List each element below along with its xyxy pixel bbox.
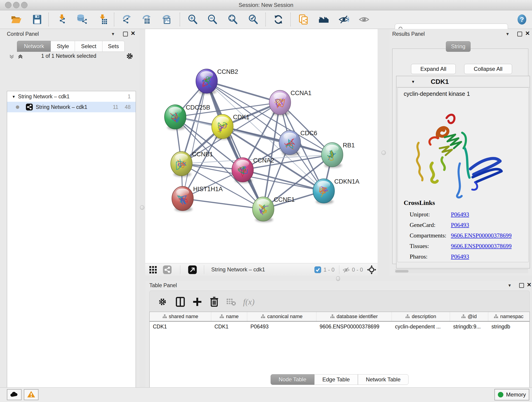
left-splitter-handle[interactable] (140, 205, 144, 210)
results-panel: Results Panel ▾ ✕ String Expand All Coll… (389, 29, 532, 281)
zoom-selected-icon[interactable] (247, 13, 259, 26)
node-CCNB1[interactable]: CCNB1 (171, 151, 213, 177)
tab-network[interactable]: Network (17, 41, 51, 52)
first-neighbors-icon[interactable] (318, 13, 330, 26)
table-toolbar: f(x) (149, 291, 530, 312)
results-panel-maximize-icon[interactable] (517, 32, 522, 36)
tab-edge-table[interactable]: Edge Table (314, 374, 358, 385)
results-hscroll-thumb[interactable] (395, 270, 409, 273)
crosslink-tissues[interactable]: 9606.ENSP00000378699 (451, 243, 512, 249)
import-network-icon[interactable] (56, 13, 68, 26)
open-session-icon[interactable] (10, 13, 22, 26)
node-CDKN1A[interactable]: CDKN1A (313, 178, 360, 204)
crosslink-row: Pharos: P06493 (410, 251, 524, 262)
column-header[interactable]: canonical name (247, 312, 317, 321)
tab-node-table[interactable]: Node Table (271, 374, 314, 385)
selected-node-edge-counts: 1 - 0 (323, 267, 335, 273)
table-panel-maximize-icon[interactable] (519, 283, 524, 288)
table-gear-icon[interactable] (157, 296, 168, 308)
crosslink-uniprot[interactable]: P06493 (451, 211, 469, 218)
import-table-icon[interactable] (97, 13, 109, 26)
zoom-out-icon[interactable] (207, 13, 219, 26)
node-CCNA1[interactable]: CCNA1 (269, 89, 312, 115)
control-panel-maximize-icon[interactable] (123, 32, 128, 36)
selected-checkbox-icon[interactable] (314, 266, 321, 274)
open-in-window-icon[interactable] (188, 265, 197, 275)
network-selection-status: 1 of 1 Network selected (30, 53, 108, 59)
expand-all-button[interactable]: Expand All (411, 64, 456, 74)
zoom-fit-icon[interactable] (227, 13, 239, 26)
create-column-icon[interactable] (191, 296, 203, 308)
tab-network-table[interactable]: Network Table (358, 374, 409, 385)
tab-sets[interactable]: Sets (102, 41, 125, 52)
duplicate-network-icon[interactable] (298, 13, 310, 26)
column-type-icon (220, 314, 224, 319)
main-toolbar: ? (0, 10, 532, 29)
right-splitter-handle[interactable] (381, 151, 386, 155)
network-canvas[interactable]: CCNB2 CCNA1 CDC25B CDK1 CDC6 RB1 CCNB1 (145, 29, 378, 263)
tab-style[interactable]: Style (51, 41, 75, 52)
help-button[interactable]: ? (516, 13, 528, 26)
crosslink-row: Uniprot: P06493 (410, 209, 524, 220)
protein-expander-icon[interactable]: ▾ (412, 79, 414, 84)
warnings-button[interactable] (24, 389, 38, 400)
node-label-CCNE1: CCNE1 (274, 196, 295, 203)
tab-select[interactable]: Select (75, 41, 103, 52)
column-header[interactable]: namespac (488, 312, 529, 321)
node-HIST1H1A[interactable]: HIST1H1A (172, 186, 223, 211)
tab-string[interactable]: String (446, 41, 471, 52)
table-panel-close-icon[interactable]: ✕ (527, 282, 532, 287)
refresh-icon[interactable] (272, 13, 284, 26)
node-label-CDK1: CDK1 (233, 114, 249, 121)
crosslink-genecard[interactable]: P06493 (451, 222, 469, 229)
table-panel-float-icon[interactable]: ▾ (508, 283, 511, 288)
cloud-status-button[interactable] (7, 389, 22, 400)
show-columns-icon[interactable] (174, 296, 186, 308)
hide-selected-icon[interactable] (338, 13, 350, 26)
network-row[interactable]: String Network – cdk1 11 48 (7, 102, 136, 112)
edge-HIST1H1A-CCNE1[interactable] (183, 198, 263, 209)
export-image-icon[interactable] (160, 13, 172, 26)
cloud-icon (10, 391, 19, 399)
save-session-icon[interactable] (31, 13, 43, 26)
expand-all-networks-icon[interactable] (8, 53, 15, 61)
control-panel-float-icon[interactable]: ▾ (112, 32, 114, 36)
column-header[interactable]: name (211, 312, 247, 321)
network-options-gear-icon[interactable] (126, 52, 134, 61)
results-panel-close-icon[interactable]: ✕ (525, 31, 530, 36)
network-status-dot (16, 105, 19, 109)
grid-view-icon[interactable] (149, 266, 157, 275)
node-CCNE1[interactable]: CCNE1 (253, 196, 295, 222)
results-hscrollbar[interactable] (395, 269, 528, 273)
network-share-icon[interactable] (163, 265, 172, 275)
show-all-icon[interactable] (358, 13, 370, 26)
network-list: ▾ String Network – cdk1 1 String Network… (7, 91, 136, 402)
column-header[interactable]: database identifier (317, 312, 392, 321)
memory-button[interactable]: Memory (494, 389, 529, 400)
horizontal-splitter-handle[interactable] (336, 276, 340, 281)
network-collection-row[interactable]: ▾ String Network – cdk1 1 (7, 91, 136, 102)
node-CCNB2[interactable]: CCNB2 (196, 68, 238, 94)
column-header[interactable]: @id (450, 312, 488, 321)
column-type-icon (162, 314, 167, 319)
crosslink-compartments[interactable]: 9606.ENSP00000378699 (451, 232, 512, 239)
export-network-icon[interactable] (121, 13, 133, 26)
column-header[interactable]: shared name (150, 312, 211, 321)
delete-column-icon[interactable] (208, 296, 220, 308)
import-database-icon[interactable] (76, 13, 88, 26)
collapse-all-button[interactable]: Collapse All (464, 64, 512, 74)
edge-CCNB2-HIST1H1A[interactable] (183, 81, 207, 198)
export-table-icon[interactable] (140, 13, 152, 26)
node-RB1[interactable]: RB1 (322, 142, 355, 168)
crosshair-pan-icon[interactable] (367, 265, 377, 276)
crosslink-pharos[interactable]: P06493 (451, 253, 469, 260)
table-row[interactable]: CDK1 CDK1 P06493 9606.ENSP00000378699 cy… (150, 322, 530, 332)
table-panel-title: Table Panel (149, 282, 177, 288)
control-panel-close-icon[interactable]: ✕ (131, 31, 135, 36)
warning-icon (27, 390, 35, 399)
zoom-in-icon[interactable] (187, 13, 199, 26)
column-header[interactable]: description (392, 312, 450, 321)
results-panel-float-icon[interactable]: ▾ (506, 32, 509, 36)
collection-expander-icon[interactable]: ▾ (13, 94, 15, 99)
collapse-all-networks-icon[interactable] (17, 53, 24, 61)
